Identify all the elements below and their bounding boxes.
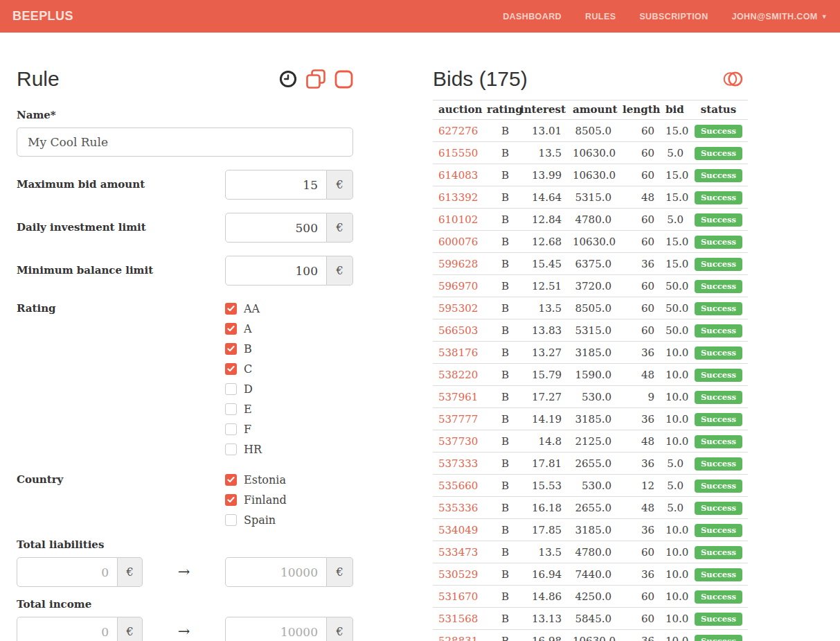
checkbox-rating-f[interactable]: F — [225, 423, 262, 435]
brand-logo[interactable]: BEEPLUS — [12, 9, 73, 24]
checkbox-unchecked-icon[interactable] — [225, 444, 237, 455]
checkbox-unchecked-icon[interactable] — [225, 403, 237, 415]
auction-link[interactable]: 528831 — [438, 635, 478, 641]
nav-item-rules[interactable]: RULES — [585, 12, 616, 21]
bid-cell-length: 48 — [617, 186, 660, 209]
clock-icon[interactable] — [279, 70, 297, 88]
checkbox-label: Spain — [244, 513, 276, 527]
auction-link[interactable]: 535660 — [438, 480, 478, 492]
bid-cell-bid: 10.0 — [660, 519, 689, 541]
col-length: length — [617, 100, 660, 120]
checkbox-checked-icon[interactable] — [225, 303, 237, 315]
euro-addon: € — [118, 617, 143, 641]
auction-link[interactable]: 533473 — [438, 546, 478, 559]
liabilities-to-input[interactable] — [225, 557, 327, 587]
nav-item-dashboard[interactable]: DASHBOARD — [503, 12, 562, 21]
bid-cell-auction: 535336 — [433, 497, 481, 519]
bid-cell-status: Success — [689, 408, 748, 430]
stop-square-icon[interactable] — [334, 70, 353, 89]
bids-panel: Bids (175) auction rating interest amoun… — [433, 67, 748, 641]
status-badge: Success — [695, 457, 742, 471]
bid-cell-length: 36 — [617, 342, 660, 364]
auction-link[interactable]: 534049 — [438, 524, 478, 536]
auction-link[interactable]: 614083 — [438, 169, 478, 182]
max-bid-input[interactable] — [225, 170, 327, 200]
name-input[interactable] — [17, 128, 353, 157]
auction-link[interactable]: 537730 — [438, 435, 478, 448]
status-badge: Success — [695, 324, 742, 337]
auction-link[interactable]: 595302 — [438, 302, 478, 315]
auction-link[interactable]: 566503 — [438, 324, 478, 337]
checkbox-label: AA — [244, 302, 260, 315]
user-menu[interactable]: JOHN@SMITH.COM▼ — [732, 12, 828, 21]
auction-link[interactable]: 538176 — [438, 346, 478, 359]
bid-row: 533473B13.54780.06010.0Success — [433, 541, 748, 563]
bid-cell-interest: 17.81 — [515, 453, 567, 475]
checkbox-checked-icon[interactable] — [225, 474, 237, 486]
checkbox-checked-icon[interactable] — [225, 494, 237, 506]
checkbox-checked-icon[interactable] — [225, 343, 237, 355]
bid-cell-length: 60 — [617, 297, 660, 319]
checkbox-rating-b[interactable]: B — [225, 342, 262, 355]
bid-cell-length: 60 — [617, 164, 660, 186]
checkbox-unchecked-icon[interactable] — [225, 423, 237, 435]
bid-cell-rating: B — [481, 453, 515, 475]
auction-link[interactable]: 596970 — [438, 280, 478, 292]
auction-link[interactable]: 599628 — [438, 258, 478, 270]
auction-link[interactable]: 613392 — [438, 191, 478, 204]
auction-link[interactable]: 535336 — [438, 502, 478, 514]
checkbox-unchecked-icon[interactable] — [225, 514, 237, 526]
auction-link[interactable]: 537961 — [438, 391, 478, 403]
daily-limit-input[interactable] — [225, 213, 327, 243]
checkbox-unchecked-icon[interactable] — [225, 383, 237, 395]
auction-link[interactable]: 615550 — [438, 147, 478, 159]
checkbox-rating-hr[interactable]: HR — [225, 443, 262, 455]
checkbox-country-spain[interactable]: Spain — [225, 513, 287, 526]
auction-link[interactable]: 537333 — [438, 457, 478, 470]
bid-cell-auction: 535660 — [433, 475, 481, 497]
auction-link[interactable]: 627276 — [438, 125, 478, 137]
checkbox-checked-icon[interactable] — [225, 363, 237, 375]
toggle-icon[interactable] — [722, 71, 748, 87]
bid-cell-rating: B — [481, 563, 515, 586]
copy-icon[interactable] — [305, 69, 326, 89]
auction-link[interactable]: 531670 — [438, 590, 478, 603]
bid-cell-bid: 10.0 — [660, 342, 689, 364]
checkbox-rating-a[interactable]: A — [225, 322, 262, 335]
checkbox-rating-e[interactable]: E — [225, 403, 262, 415]
bid-cell-rating: B — [481, 608, 515, 630]
min-balance-label: Minimum balance limit — [17, 264, 153, 277]
bid-cell-interest: 13.5 — [515, 541, 567, 563]
checkbox-rating-c[interactable]: C — [225, 362, 262, 375]
auction-link[interactable]: 600076 — [438, 236, 478, 248]
auction-link[interactable]: 538220 — [438, 369, 478, 381]
bid-cell-amount: 5845.0 — [567, 608, 617, 630]
bid-row: 537730B14.82125.04810.0Success — [433, 430, 748, 453]
income-from-input[interactable] — [17, 617, 118, 641]
bid-cell-auction: 528831 — [433, 630, 481, 641]
rule-panel: Rule Name* Maximum bid amount € — [17, 67, 353, 641]
auction-link[interactable]: 530529 — [438, 568, 478, 581]
status-badge: Success — [695, 125, 742, 138]
bid-cell-rating: B — [481, 475, 515, 497]
checkbox-country-finland[interactable]: Finland — [225, 493, 287, 506]
min-balance-input[interactable] — [225, 256, 327, 286]
nav-item-subscription[interactable]: SUBSCRIPTION — [639, 12, 708, 21]
checkbox-checked-icon[interactable] — [225, 323, 237, 335]
bid-row: 566503B13.835315.06050.0Success — [433, 319, 748, 342]
auction-link[interactable]: 610102 — [438, 213, 478, 226]
checkbox-country-estonia[interactable]: Estonia — [225, 473, 287, 486]
liabilities-from-input[interactable] — [17, 557, 118, 587]
income-to-input[interactable] — [225, 617, 327, 641]
bid-cell-status: Success — [689, 475, 748, 497]
checkbox-rating-d[interactable]: D — [225, 383, 262, 395]
auction-link[interactable]: 531568 — [438, 613, 478, 625]
checkbox-rating-aa[interactable]: AA — [225, 302, 262, 315]
auction-link[interactable]: 537777 — [438, 413, 478, 425]
checkbox-label: A — [244, 322, 252, 335]
bid-cell-amount: 8505.0 — [567, 120, 617, 142]
rule-title: Rule — [17, 67, 60, 91]
bid-cell-rating: B — [481, 497, 515, 519]
bid-cell-status: Success — [689, 186, 748, 209]
bid-cell-status: Success — [689, 297, 748, 319]
